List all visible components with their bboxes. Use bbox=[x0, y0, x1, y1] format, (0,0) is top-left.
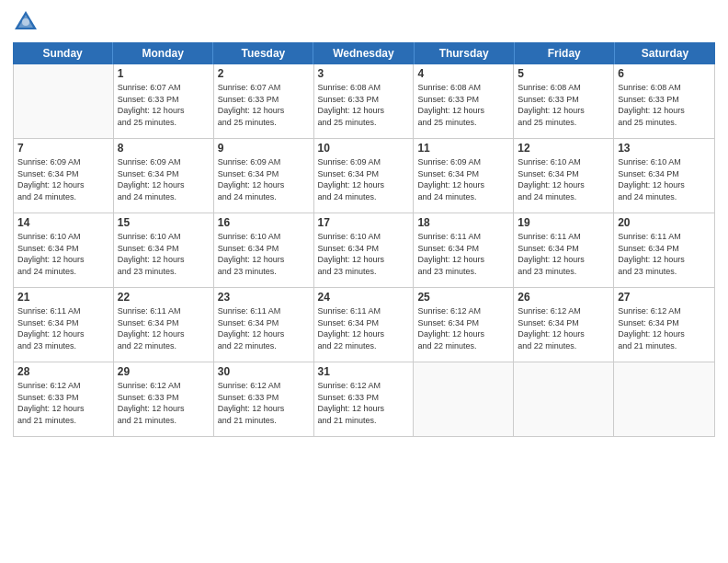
day-number: 4 bbox=[417, 67, 509, 80]
day-info: Sunrise: 6:08 AM Sunset: 6:33 PM Dayligh… bbox=[518, 82, 609, 128]
calendar-header-cell: Thursday bbox=[415, 42, 515, 64]
day-info: Sunrise: 6:08 AM Sunset: 6:33 PM Dayligh… bbox=[618, 82, 711, 128]
svg-point-2 bbox=[22, 18, 29, 26]
day-number: 17 bbox=[318, 216, 410, 229]
day-number: 25 bbox=[417, 291, 509, 304]
day-info: Sunrise: 6:09 AM Sunset: 6:34 PM Dayligh… bbox=[17, 156, 109, 202]
day-info: Sunrise: 6:07 AM Sunset: 6:33 PM Dayligh… bbox=[118, 82, 210, 128]
calendar-header: SundayMondayTuesdayWednesdayThursdayFrid… bbox=[13, 42, 715, 64]
calendar-cell: 15Sunrise: 6:10 AM Sunset: 6:34 PM Dayli… bbox=[114, 213, 214, 287]
day-number: 23 bbox=[218, 291, 310, 304]
day-info: Sunrise: 6:11 AM Sunset: 6:34 PM Dayligh… bbox=[218, 305, 310, 351]
calendar-cell: 9Sunrise: 6:09 AM Sunset: 6:34 PM Daylig… bbox=[214, 139, 314, 213]
day-info: Sunrise: 6:10 AM Sunset: 6:34 PM Dayligh… bbox=[218, 231, 310, 277]
logo bbox=[13, 9, 42, 35]
day-number: 7 bbox=[17, 142, 109, 155]
calendar-cell bbox=[514, 362, 614, 436]
calendar-cell: 11Sunrise: 6:09 AM Sunset: 6:34 PM Dayli… bbox=[414, 139, 514, 213]
calendar-header-cell: Tuesday bbox=[213, 42, 313, 64]
calendar-cell: 10Sunrise: 6:09 AM Sunset: 6:34 PM Dayli… bbox=[314, 139, 415, 213]
day-number: 21 bbox=[17, 291, 109, 304]
calendar-cell: 17Sunrise: 6:10 AM Sunset: 6:34 PM Dayli… bbox=[314, 213, 415, 287]
day-number: 13 bbox=[618, 142, 711, 155]
calendar-cell: 29Sunrise: 6:12 AM Sunset: 6:33 PM Dayli… bbox=[114, 362, 214, 436]
calendar: SundayMondayTuesdayWednesdayThursdayFrid… bbox=[13, 42, 715, 554]
day-number: 2 bbox=[218, 67, 310, 80]
calendar-cell bbox=[414, 362, 514, 436]
day-info: Sunrise: 6:11 AM Sunset: 6:34 PM Dayligh… bbox=[618, 231, 711, 277]
day-info: Sunrise: 6:09 AM Sunset: 6:34 PM Dayligh… bbox=[417, 156, 509, 202]
page: SundayMondayTuesdayWednesdayThursdayFrid… bbox=[0, 0, 728, 563]
day-info: Sunrise: 6:08 AM Sunset: 6:33 PM Dayligh… bbox=[318, 82, 410, 128]
calendar-header-cell: Sunday bbox=[13, 42, 113, 64]
day-info: Sunrise: 6:12 AM Sunset: 6:33 PM Dayligh… bbox=[218, 380, 310, 426]
calendar-cell: 13Sunrise: 6:10 AM Sunset: 6:34 PM Dayli… bbox=[614, 139, 714, 213]
day-number: 12 bbox=[518, 142, 609, 155]
day-number: 30 bbox=[218, 365, 310, 378]
calendar-cell: 8Sunrise: 6:09 AM Sunset: 6:34 PM Daylig… bbox=[114, 139, 214, 213]
calendar-header-cell: Friday bbox=[515, 42, 615, 64]
calendar-body: 1Sunrise: 6:07 AM Sunset: 6:33 PM Daylig… bbox=[13, 64, 715, 437]
day-info: Sunrise: 6:09 AM Sunset: 6:34 PM Dayligh… bbox=[218, 156, 310, 202]
calendar-week: 14Sunrise: 6:10 AM Sunset: 6:34 PM Dayli… bbox=[14, 213, 714, 288]
calendar-header-cell: Monday bbox=[113, 42, 213, 64]
calendar-cell: 20Sunrise: 6:11 AM Sunset: 6:34 PM Dayli… bbox=[614, 213, 714, 287]
calendar-cell bbox=[614, 362, 714, 436]
day-info: Sunrise: 6:08 AM Sunset: 6:33 PM Dayligh… bbox=[417, 82, 509, 128]
calendar-cell: 18Sunrise: 6:11 AM Sunset: 6:34 PM Dayli… bbox=[414, 213, 514, 287]
calendar-week: 1Sunrise: 6:07 AM Sunset: 6:33 PM Daylig… bbox=[14, 64, 714, 139]
day-number: 19 bbox=[518, 216, 609, 229]
calendar-cell: 26Sunrise: 6:12 AM Sunset: 6:34 PM Dayli… bbox=[514, 288, 614, 362]
calendar-cell: 3Sunrise: 6:08 AM Sunset: 6:33 PM Daylig… bbox=[314, 64, 415, 138]
day-info: Sunrise: 6:12 AM Sunset: 6:33 PM Dayligh… bbox=[17, 380, 109, 426]
calendar-week: 28Sunrise: 6:12 AM Sunset: 6:33 PM Dayli… bbox=[14, 362, 714, 436]
day-info: Sunrise: 6:10 AM Sunset: 6:34 PM Dayligh… bbox=[17, 231, 109, 277]
calendar-cell: 24Sunrise: 6:11 AM Sunset: 6:34 PM Dayli… bbox=[314, 288, 415, 362]
calendar-header-cell: Wednesday bbox=[313, 42, 414, 64]
day-number: 14 bbox=[17, 216, 109, 229]
day-number: 28 bbox=[17, 365, 109, 378]
day-number: 20 bbox=[618, 216, 711, 229]
day-info: Sunrise: 6:11 AM Sunset: 6:34 PM Dayligh… bbox=[518, 231, 609, 277]
day-number: 16 bbox=[218, 216, 310, 229]
calendar-cell: 4Sunrise: 6:08 AM Sunset: 6:33 PM Daylig… bbox=[414, 64, 514, 138]
day-number: 6 bbox=[618, 67, 711, 80]
day-info: Sunrise: 6:12 AM Sunset: 6:34 PM Dayligh… bbox=[618, 305, 711, 351]
day-number: 5 bbox=[518, 67, 609, 80]
header bbox=[13, 9, 715, 35]
day-info: Sunrise: 6:11 AM Sunset: 6:34 PM Dayligh… bbox=[318, 305, 410, 351]
day-number: 26 bbox=[518, 291, 609, 304]
calendar-cell: 28Sunrise: 6:12 AM Sunset: 6:33 PM Dayli… bbox=[14, 362, 114, 436]
calendar-header-cell: Saturday bbox=[615, 42, 715, 64]
calendar-cell: 21Sunrise: 6:11 AM Sunset: 6:34 PM Dayli… bbox=[14, 288, 114, 362]
calendar-cell: 7Sunrise: 6:09 AM Sunset: 6:34 PM Daylig… bbox=[14, 139, 114, 213]
day-info: Sunrise: 6:12 AM Sunset: 6:34 PM Dayligh… bbox=[518, 305, 609, 351]
day-info: Sunrise: 6:11 AM Sunset: 6:34 PM Dayligh… bbox=[417, 231, 509, 277]
day-number: 10 bbox=[318, 142, 410, 155]
day-number: 29 bbox=[118, 365, 210, 378]
day-number: 1 bbox=[118, 67, 210, 80]
calendar-week: 21Sunrise: 6:11 AM Sunset: 6:34 PM Dayli… bbox=[14, 288, 714, 362]
day-number: 3 bbox=[318, 67, 410, 80]
day-info: Sunrise: 6:07 AM Sunset: 6:33 PM Dayligh… bbox=[218, 82, 310, 128]
day-info: Sunrise: 6:12 AM Sunset: 6:34 PM Dayligh… bbox=[417, 305, 509, 351]
calendar-cell: 25Sunrise: 6:12 AM Sunset: 6:34 PM Dayli… bbox=[414, 288, 514, 362]
calendar-cell: 30Sunrise: 6:12 AM Sunset: 6:33 PM Dayli… bbox=[214, 362, 314, 436]
day-number: 31 bbox=[318, 365, 410, 378]
day-number: 11 bbox=[417, 142, 509, 155]
day-info: Sunrise: 6:09 AM Sunset: 6:34 PM Dayligh… bbox=[118, 156, 210, 202]
day-info: Sunrise: 6:09 AM Sunset: 6:34 PM Dayligh… bbox=[318, 156, 410, 202]
day-info: Sunrise: 6:10 AM Sunset: 6:34 PM Dayligh… bbox=[618, 156, 711, 202]
calendar-cell: 5Sunrise: 6:08 AM Sunset: 6:33 PM Daylig… bbox=[514, 64, 614, 138]
day-info: Sunrise: 6:12 AM Sunset: 6:33 PM Dayligh… bbox=[318, 380, 410, 426]
calendar-cell: 14Sunrise: 6:10 AM Sunset: 6:34 PM Dayli… bbox=[14, 213, 114, 287]
calendar-cell bbox=[14, 64, 114, 138]
day-number: 27 bbox=[618, 291, 711, 304]
day-number: 24 bbox=[318, 291, 410, 304]
calendar-cell: 22Sunrise: 6:11 AM Sunset: 6:34 PM Dayli… bbox=[114, 288, 214, 362]
calendar-cell: 6Sunrise: 6:08 AM Sunset: 6:33 PM Daylig… bbox=[614, 64, 714, 138]
calendar-cell: 1Sunrise: 6:07 AM Sunset: 6:33 PM Daylig… bbox=[114, 64, 214, 138]
day-number: 18 bbox=[417, 216, 509, 229]
calendar-week: 7Sunrise: 6:09 AM Sunset: 6:34 PM Daylig… bbox=[14, 139, 714, 213]
day-info: Sunrise: 6:10 AM Sunset: 6:34 PM Dayligh… bbox=[318, 231, 410, 277]
